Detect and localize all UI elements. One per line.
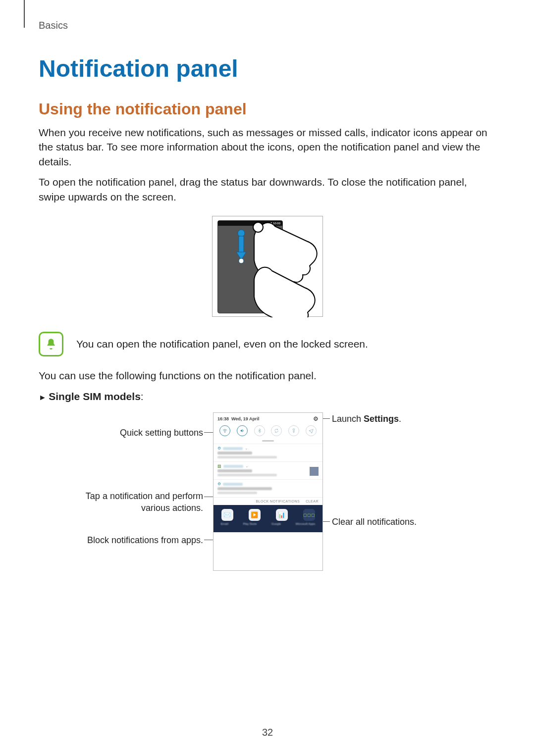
- callout-label: Quick setting buttons: [40, 427, 203, 439]
- svg-rect-1: [239, 236, 244, 253]
- svg-point-5: [225, 432, 225, 433]
- model-variant-heading: ► Single SIM models:: [39, 391, 496, 403]
- page-title: Notification panel: [39, 55, 496, 82]
- note-bell-icon: [39, 332, 63, 356]
- block-notifications-link: BLOCK NOTIFICATIONS: [256, 500, 300, 503]
- drag-handle-icon: [262, 440, 274, 442]
- clear-link: CLEAR: [306, 500, 319, 503]
- callout-label: Clear all notifications.: [332, 516, 417, 528]
- app-icon: ⚙: [217, 482, 221, 486]
- panel-footer: BLOCK NOTIFICATIONS CLEAR: [214, 497, 322, 505]
- sound-icon: [237, 425, 248, 436]
- notification-panel-screenshot: 16:38 Wed, 19 April ⚙: [213, 412, 323, 571]
- body-paragraph: You can use the following functions on t…: [39, 368, 496, 383]
- section-breadcrumb: Basics: [39, 20, 496, 31]
- notification-card: ⚙: [214, 479, 322, 497]
- callout-label: Block notifications from apps.: [40, 535, 203, 546]
- triangle-bullet-icon: ►: [39, 393, 49, 402]
- dock: ✉️ ▶️ 📊 ▢▢▢ EmailPlay StoreGoogleMicroso…: [214, 505, 322, 532]
- callout-label: Tap a notification and performvarious ac…: [40, 491, 203, 514]
- chevron-down-icon: ⌄: [245, 446, 248, 451]
- callout-label: Launch Settings.: [332, 413, 401, 425]
- note-row: You can open the notification panel, eve…: [39, 332, 496, 356]
- dock-app-icon: ✉️: [221, 509, 233, 521]
- notification-card: ▧⌄: [214, 461, 322, 479]
- swipe-down-arrow-icon: [235, 229, 247, 264]
- gear-icon: ⚙: [313, 415, 319, 422]
- page-edge-rule: [24, 0, 25, 28]
- wifi-icon: [219, 425, 230, 436]
- rotate-icon: [271, 425, 282, 436]
- body-paragraph: To open the notification panel, drag the…: [39, 175, 496, 204]
- statusbar-time: ▮ 10:00: [270, 222, 280, 225]
- svg-point-0: [238, 230, 245, 237]
- page-number: 32: [0, 727, 535, 738]
- svg-point-3: [239, 258, 244, 263]
- panel-time-date: 16:38 Wed, 19 April: [217, 416, 260, 421]
- app-icon: ⚙: [217, 446, 221, 451]
- statusbar-illustration: ▮ 10:00: [218, 221, 282, 226]
- phone-illustration: ▮ 10:00: [217, 220, 283, 313]
- chevron-down-icon: ⌄: [245, 464, 249, 468]
- airplane-icon: [306, 425, 317, 436]
- quick-settings-row: [214, 423, 322, 438]
- notification-panel-annotated-figure: Quick setting buttons Tap a notification…: [40, 412, 495, 581]
- gesture-figure: ▮ 10:00: [212, 216, 323, 317]
- dock-app-icon: ▶️: [249, 509, 261, 521]
- section-title: Using the notification panel: [39, 100, 496, 118]
- screenshot-thumbnail: [310, 467, 319, 476]
- manual-page: Basics Notification panel Using the noti…: [0, 0, 535, 756]
- app-icon: ▧: [217, 464, 221, 468]
- note-text: You can open the notification panel, eve…: [76, 338, 368, 350]
- bluetooth-icon: [254, 425, 265, 436]
- flashlight-icon: [288, 425, 299, 436]
- panel-header: 16:38 Wed, 19 April ⚙: [214, 413, 322, 423]
- dock-app-icon: 📊: [276, 509, 288, 521]
- body-paragraph: When you receive new notifications, such…: [39, 125, 496, 169]
- dock-app-folder-icon: ▢▢▢: [303, 509, 315, 521]
- notification-card: ⚙⌄: [214, 444, 322, 461]
